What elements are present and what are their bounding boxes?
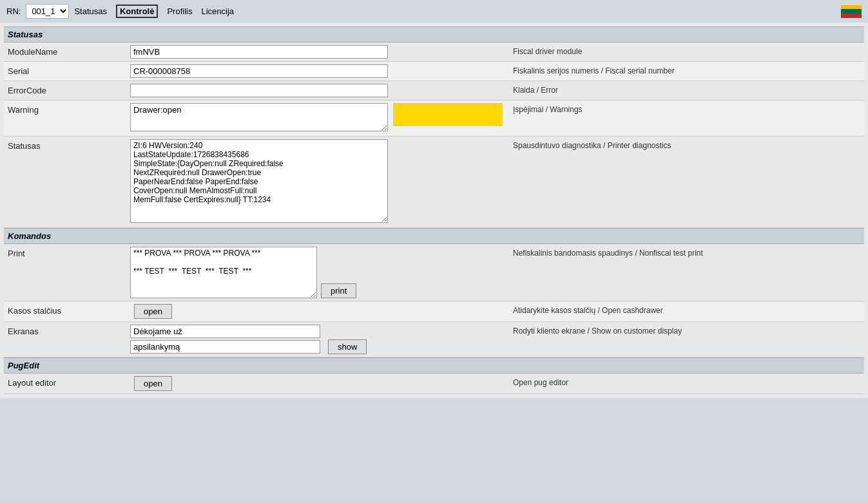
flag-icon [841,5,862,18]
desc-modulename: Fiscal driver module [506,45,860,56]
menu-profilis[interactable]: Profilis [167,6,192,16]
input-wrapper-kasos: open [130,304,388,319]
desc-kasos: Atidarykite kasos stalčių / Open cashdra… [506,304,860,315]
desc-serial: Fiskalinis serijos numeris / Fiscal seri… [506,64,860,75]
section-komandos-header: Komandos [4,228,864,244]
label-modulename: ModuleName [8,45,130,57]
section-statusas-header: Statusas [4,26,864,43]
flag-red-stripe [841,14,862,18]
warning-yellow-indicator [393,103,503,126]
row-kasos: Kasos stalčius open Atidarykite kasos st… [4,301,864,322]
rn-select[interactable]: 001_1 [26,4,69,19]
desc-print: Nefiskalinis bandomasis spaudinys / Nonf… [506,247,860,258]
layout-editor-open-button[interactable]: open [134,376,172,391]
desc-layout-editor: Open pug editor [506,376,860,387]
flag-yellow-stripe [841,5,862,10]
menu-licencija[interactable]: Licencija [201,6,234,16]
ekranas-inputs-container: show [130,325,388,354]
ekranas-row2: show [130,339,388,354]
ekranas-line1[interactable] [130,325,320,338]
flag-green-stripe [841,9,862,14]
row-warning: Warning Drawer:open Įspėjimai / Warnings [4,100,864,137]
kasos-open-button[interactable]: open [134,304,172,319]
row-statusas: Statusas ZI:6 HWVersion:240 LastStateUpd… [4,137,864,228]
row-layout-editor: Layout editor open Open pug editor [4,374,864,394]
row-modulename: ModuleName Fiscal driver module [4,43,864,62]
row-errorcode: ErrorCode Klaida / Error [4,81,864,100]
label-warning: Warning [8,103,130,115]
label-statusas: Statusas [8,139,130,151]
input-errorcode[interactable] [130,84,388,97]
label-kasos: Kasos stalčius [8,304,130,316]
input-serial[interactable] [130,64,388,78]
desc-ekranas: Rodyti kliento ekrane / Show on customer… [506,325,860,336]
statusas-label: Statusas [74,6,107,16]
input-wrapper-serial [130,64,388,78]
desc-warning: Įspėjimai / Warnings [506,103,860,114]
print-button[interactable]: print [321,283,356,298]
ekranas-show-button[interactable]: show [328,339,367,354]
input-wrapper-layout-editor: open [130,376,388,391]
textarea-print[interactable]: *** PROVA *** PROVA *** PROVA *** *** TE… [130,247,317,298]
textarea-warning[interactable]: Drawer:open [130,103,388,131]
input-wrapper-statusas: ZI:6 HWVersion:240 LastStateUpdate:17268… [130,139,388,225]
label-layout-editor: Layout editor [8,376,130,388]
desc-errorcode: Klaida / Error [506,84,860,95]
label-errorcode: ErrorCode [8,84,130,95]
label-ekranas: Ekranas [8,325,130,336]
row-ekranas: Ekranas show Rodyti kliento ekrane / Sho… [4,322,864,357]
section-pugedit-header: PugEdit [4,357,864,374]
main-content: Statusas ModuleName Fiscal driver module… [0,23,868,398]
ekranas-line2[interactable] [130,340,320,354]
input-wrapper-print: *** PROVA *** PROVA *** PROVA *** *** TE… [130,247,388,298]
label-print: Print [8,247,130,258]
textarea-statusas[interactable]: ZI:6 HWVersion:240 LastStateUpdate:17268… [130,139,388,223]
input-wrapper-modulename [130,45,388,59]
middle-warning [391,103,506,126]
label-serial: Serial [8,64,130,76]
desc-statusas: Spausdintuvo diagnostika / Printer diagn… [506,139,860,150]
input-modulename[interactable] [130,45,388,59]
top-bar: RN: 001_1 Statusas Kontrolė Profilis Lic… [0,0,868,23]
input-wrapper-warning: Drawer:open [130,103,388,133]
input-wrapper-errorcode [130,84,388,97]
rn-label: RN: [6,6,21,16]
menu-kontrole[interactable]: Kontrolė [116,5,158,18]
input-wrapper-ekranas: show [130,325,388,354]
row-print: Print *** PROVA *** PROVA *** PROVA *** … [4,244,864,301]
row-serial: Serial Fiskalinis serijos numeris / Fisc… [4,62,864,81]
print-inputs-container: *** PROVA *** PROVA *** PROVA *** *** TE… [130,247,388,298]
